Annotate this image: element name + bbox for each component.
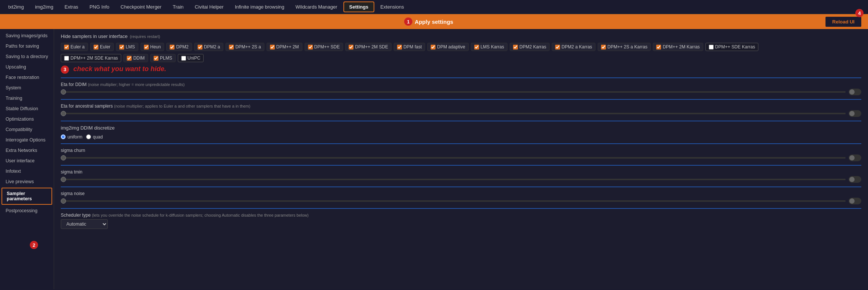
eta-ddim-toggle[interactable] xyxy=(849,89,861,95)
nav-item-wildcards-manager[interactable]: Wildcards Manager xyxy=(290,2,343,12)
ddim-uniform-radio[interactable] xyxy=(61,134,66,139)
sampler-cb-ddim[interactable]: DDIM xyxy=(123,54,148,62)
nav-item-checkpoint-merger[interactable]: Checkpoint Merger xyxy=(115,2,167,12)
sigma-tmin-toggle[interactable] xyxy=(849,176,861,183)
sampler-cb-euler[interactable]: Euler xyxy=(90,43,114,51)
sampler-cb-dpm-2m[interactable]: DPM++ 2M xyxy=(267,43,302,51)
apply-settings-label: Apply settings xyxy=(6,19,862,25)
sidebar-item-infotext[interactable]: Infotext xyxy=(0,166,54,176)
nav-item-infinite-image-browsing[interactable]: Infinite image browsing xyxy=(230,2,290,12)
sampler-cb-dpm2[interactable]: DPM2 xyxy=(166,43,192,51)
ddim-quad-radio[interactable] xyxy=(86,134,91,139)
sigma-churn-label: sigma churn xyxy=(61,148,861,153)
annotation-2: 2 xyxy=(30,241,38,249)
nav-item-settings[interactable]: Settings xyxy=(343,1,374,12)
main-layout: Saving images/gridsPaths for savingSavin… xyxy=(0,29,868,289)
sidebar-item-upscaling[interactable]: Upscaling xyxy=(0,62,54,72)
sigma-noise-slider[interactable] xyxy=(61,200,846,202)
sigma-tmin-row: sigma tmin xyxy=(61,169,861,183)
divider-5 xyxy=(61,165,861,166)
sampler-cb-dpm-adaptive[interactable]: DPM adaptive xyxy=(427,43,468,51)
eta-ddim-row: Eta for DDIM (noise multiplier; higher =… xyxy=(61,82,861,95)
sidebar-item-saving-to-a-directory[interactable]: Saving to a directory xyxy=(0,51,54,62)
nav-item-png-info[interactable]: PNG Info xyxy=(84,2,114,12)
sampler-cb-lms-karras[interactable]: LMS Karras xyxy=(471,43,507,51)
sidebar-item-user-interface[interactable]: User interface xyxy=(0,156,54,166)
eta-ancestral-note: (noise multiplier; applies to Euler a an… xyxy=(114,104,251,108)
nav-item-txt2img[interactable]: txt2img xyxy=(3,2,29,12)
sigma-noise-toggle[interactable] xyxy=(849,198,861,204)
sidebar-item-system[interactable]: System xyxy=(0,83,54,93)
sidebar-item-sampler-parameters[interactable]: Sampler parameters xyxy=(1,188,52,205)
ddim-quad[interactable]: quad xyxy=(86,134,103,140)
sampler-cb-dpm2-a-karras[interactable]: DPM2 a Karras xyxy=(552,43,595,51)
sigma-noise-row: sigma noise xyxy=(61,191,861,204)
nav-item-extras[interactable]: Extras xyxy=(59,2,84,12)
nav-item-extensions[interactable]: Extensions xyxy=(375,2,409,12)
sidebar-item-saving-images/grids[interactable]: Saving images/grids xyxy=(0,31,54,41)
sampler-cb-euler-a[interactable]: Euler a xyxy=(61,43,88,51)
annotation-text-3: check what you want to hide. xyxy=(73,65,166,73)
sampler-cb-dpm-2m-sde-karras[interactable]: DPM++ 2M SDE Karras xyxy=(61,54,121,62)
top-nav: txt2imgimg2imgExtrasPNG InfoCheckpoint M… xyxy=(0,0,868,14)
divider-6 xyxy=(61,187,861,187)
img2img-ddim-section: img2img DDIM discretize xyxy=(61,125,861,131)
ddim-uniform[interactable]: uniform xyxy=(61,134,82,140)
sigma-churn-slider[interactable] xyxy=(61,157,846,159)
nav-item-img2img[interactable]: img2img xyxy=(30,2,59,12)
sampler-cb-dpm2-karras[interactable]: DPM2 Karras xyxy=(510,43,550,51)
sigma-tmin-slider[interactable] xyxy=(61,179,846,180)
divider-4 xyxy=(61,143,861,144)
reload-ui-button[interactable]: Reload UI xyxy=(825,16,862,28)
ddim-radio-group: uniform quad xyxy=(61,134,861,140)
scheduler-row: Scheduler type (lets you override the no… xyxy=(61,213,861,229)
hide-samplers-title: Hide samplers in user interface xyxy=(61,34,128,39)
eta-ddim-slider[interactable] xyxy=(61,91,846,93)
divider-3 xyxy=(61,121,861,121)
sidebar-item-extra-networks[interactable]: Extra Networks xyxy=(0,145,54,156)
sidebar-item-stable-diffusion[interactable]: Stable Diffusion xyxy=(0,103,54,114)
eta-ancestral-slider[interactable] xyxy=(61,113,846,114)
eta-ancestral-label: Eta for ancestral samplers (noise multip… xyxy=(61,103,861,109)
scheduler-label: Scheduler type (lets you override the no… xyxy=(61,213,861,218)
content-area: Hide samplers in user interface (require… xyxy=(54,29,868,289)
sampler-cb-dpm-2m-sde[interactable]: DPM++ 2M SDE xyxy=(345,43,391,51)
divider-7 xyxy=(61,208,861,209)
sampler-cb-unipc[interactable]: UniPC xyxy=(178,54,204,62)
sidebar-item-face-restoration[interactable]: Face restoration xyxy=(0,72,54,83)
sigma-churn-toggle[interactable] xyxy=(849,154,861,161)
sidebar-item-training[interactable]: Training xyxy=(0,93,54,103)
sampler-cb-heun[interactable]: Heun xyxy=(141,43,164,51)
nav-item-train[interactable]: Train xyxy=(167,2,189,12)
eta-ddim-label: Eta for DDIM (noise multiplier; higher =… xyxy=(61,82,861,87)
sampler-cb-dpm2-a[interactable]: DPM2 a xyxy=(194,43,223,51)
sidebar-item-compatibility[interactable]: Compatibility xyxy=(0,124,54,135)
sigma-noise-label: sigma noise xyxy=(61,191,861,196)
sidebar-item-interrogate-options[interactable]: Interrogate Options xyxy=(0,135,54,145)
sampler-cb-dpm-2s-a-karras[interactable]: DPM++ 2S a Karras xyxy=(598,43,651,51)
annotation-4: 4 xyxy=(855,9,864,17)
sidebar-item-live-previews[interactable]: Live previews xyxy=(0,176,54,187)
sidebar-item-paths-for-saving[interactable]: Paths for saving xyxy=(0,41,54,51)
sampler-cb-dpm-sde-karras[interactable]: DPM++ SDE Karras xyxy=(705,43,758,51)
sigma-tmin-label: sigma tmin xyxy=(61,169,861,175)
sidebar-item-optimizations[interactable]: Optimizations xyxy=(0,114,54,124)
eta-ancestral-toggle[interactable] xyxy=(849,110,861,117)
scheduler-select[interactable]: Automatic karras exponential polyexponen… xyxy=(61,219,108,229)
nav-item-civitai-helper[interactable]: Civitai Helper xyxy=(189,2,229,12)
sigma-churn-row: sigma churn xyxy=(61,148,861,161)
sidebar-item-postprocessing[interactable]: Postprocessing xyxy=(0,205,54,216)
samplers-row-1: Euler a Euler LMS Heun DPM2 DPM2 a DPM++… xyxy=(61,43,861,51)
sampler-cb-dpm-2s-a[interactable]: DPM++ 2S a xyxy=(226,43,264,51)
sampler-cb-dpm-sde[interactable]: DPM++ SDE xyxy=(305,43,343,51)
sampler-cb-dpm-fast[interactable]: DPM fast xyxy=(394,43,425,51)
sampler-cb-dpm-2m-karras[interactable]: DPM++ 2M Karras xyxy=(653,43,703,51)
hide-samplers-section: Hide samplers in user interface (require… xyxy=(61,34,861,39)
apply-bar: 1 Apply settings Reload UI 4 xyxy=(0,14,868,29)
sampler-cb-lms[interactable]: LMS xyxy=(116,43,138,51)
hide-samplers-note: (requires restart) xyxy=(130,34,160,39)
annotation-1: 1 xyxy=(404,17,412,26)
eta-ancestral-row: Eta for ancestral samplers (noise multip… xyxy=(61,103,861,117)
sampler-cb-plms[interactable]: PLMS xyxy=(150,54,176,62)
divider-1 xyxy=(61,77,861,78)
